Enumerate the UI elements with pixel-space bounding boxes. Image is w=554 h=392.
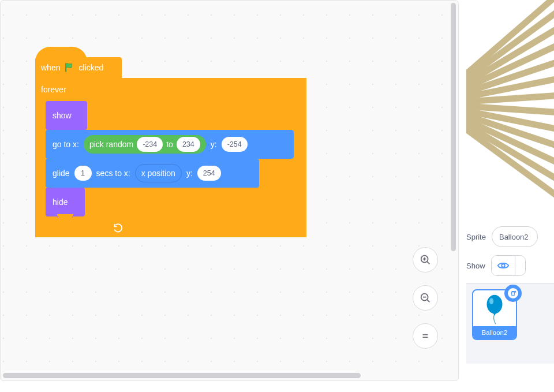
eye-icon [497, 261, 510, 270]
balloon-icon [482, 294, 507, 325]
when-flag-clicked-block[interactable]: when clicked [35, 47, 122, 78]
zoom-out-button[interactable] [413, 285, 438, 311]
sprite-label: Sprite [466, 233, 486, 241]
pick-random-block[interactable]: pick random -234 to 234 [84, 135, 206, 154]
show-label: Show [466, 262, 485, 270]
zoom-reset-button[interactable] [413, 323, 438, 349]
svg-point-22 [501, 264, 505, 267]
vertical-scrollbar[interactable] [451, 3, 456, 251]
hide-label: hide [53, 197, 68, 207]
glide-y-input[interactable]: 254 [197, 166, 221, 181]
hat-prefix: when [41, 63, 60, 72]
sprite-name-value: Balloon2 [499, 233, 529, 241]
loop-arrow-icon [113, 222, 124, 233]
stage-preview[interactable] [466, 0, 554, 218]
random-from-input[interactable]: -234 [137, 137, 163, 152]
svg-point-24 [489, 298, 493, 304]
hat-suffix: clicked [78, 63, 103, 72]
forever-label: forever [41, 85, 66, 94]
sprite-card-balloon2[interactable]: Balloon2 [472, 289, 517, 340]
zoom-out-icon [419, 292, 432, 304]
svg-point-23 [487, 295, 503, 313]
horizontal-scrollbar[interactable] [3, 373, 361, 378]
sprite-card-label: Balloon2 [473, 326, 516, 339]
zoom-in-button[interactable] [413, 247, 438, 272]
random-mid: to [166, 140, 173, 149]
script-stack[interactable]: when clicked forever show [35, 47, 306, 237]
goto-xy-block[interactable]: go to x: pick random -234 to 234 y: -254 [46, 130, 294, 159]
svg-line-1 [427, 262, 429, 264]
trash-icon [510, 290, 516, 297]
goto-prefix: go to x: [53, 140, 79, 149]
hide-sprite-button[interactable] [515, 256, 525, 275]
glide-secs-input[interactable]: 1 [74, 166, 92, 181]
show-toggle [491, 255, 526, 276]
goto-y-input[interactable]: -254 [222, 137, 248, 152]
goto-y-label: y: [211, 140, 217, 149]
glide-secs-label: secs to x: [96, 169, 130, 178]
green-flag-icon [63, 62, 75, 73]
show-sprite-button[interactable] [492, 256, 515, 275]
zoom-in-icon [419, 253, 432, 266]
show-block[interactable]: show [46, 101, 87, 130]
random-prefix: pick random [89, 140, 133, 149]
sprite-name-input[interactable]: Balloon2 [492, 226, 538, 247]
random-to-input[interactable]: 234 [177, 137, 200, 152]
delete-sprite-button[interactable] [504, 285, 522, 302]
glide-prefix: glide [53, 169, 70, 178]
hide-block[interactable]: hide [46, 188, 85, 216]
sunburst-backdrop [466, 0, 554, 218]
glide-block[interactable]: glide 1 secs to x: x position y: 254 [46, 159, 259, 188]
show-label: show [53, 111, 72, 120]
forever-block[interactable]: forever show go to x: pick random - [35, 78, 306, 237]
sprite-info-panel: Sprite Balloon2 Show [466, 226, 554, 276]
glide-y-label: y: [186, 169, 193, 178]
x-position-label: x position [141, 169, 175, 178]
code-editor[interactable]: when clicked forever show [0, 0, 459, 381]
equals-icon [420, 331, 431, 341]
sprite-list[interactable]: Balloon2 [466, 283, 554, 364]
x-position-reporter[interactable]: x position [135, 164, 182, 182]
svg-line-5 [427, 300, 429, 302]
